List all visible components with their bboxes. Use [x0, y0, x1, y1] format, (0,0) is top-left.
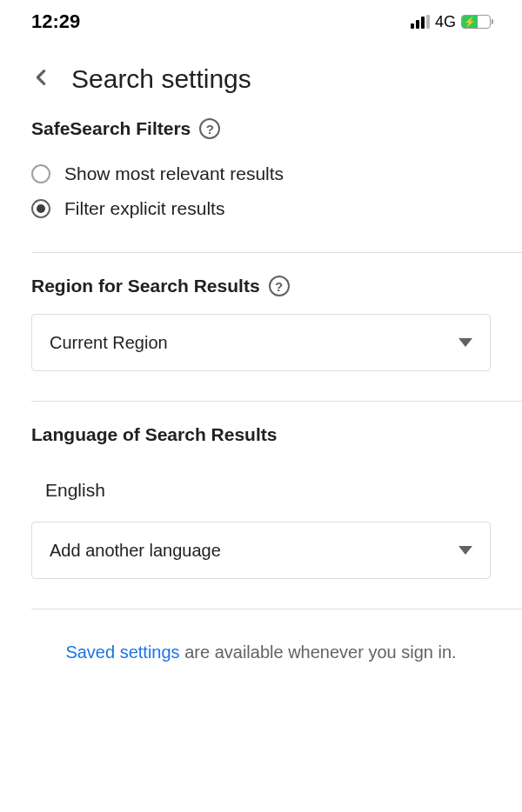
safesearch-title: SafeSearch Filters	[31, 118, 191, 139]
region-title-row: Region for Search Results ?	[31, 276, 290, 296]
saved-settings-link[interactable]: Saved settings	[65, 642, 179, 662]
page-header: Search settings	[0, 43, 522, 118]
language-add-dropdown[interactable]: Add another language	[31, 522, 491, 579]
language-add-label: Add another language	[50, 541, 221, 561]
language-title-row: Language of Search Results	[31, 424, 277, 445]
chevron-down-icon	[458, 335, 472, 350]
region-title: Region for Search Results	[31, 276, 260, 296]
status-right: 4G ⚡	[411, 13, 491, 31]
charging-icon: ⚡	[464, 17, 476, 27]
status-time: 12:29	[31, 10, 80, 33]
svg-marker-0	[458, 338, 472, 347]
chevron-down-icon	[458, 542, 472, 558]
safesearch-title-row: SafeSearch Filters ?	[31, 118, 220, 139]
network-label: 4G	[435, 13, 456, 31]
safesearch-section: SafeSearch Filters ? Show most relevant …	[0, 118, 522, 219]
region-dropdown[interactable]: Current Region	[31, 314, 491, 371]
language-title: Language of Search Results	[31, 424, 277, 445]
signal-icon	[411, 15, 430, 29]
footer-text: Saved settings are available whenever yo…	[0, 609, 522, 662]
status-bar: 12:29 4G ⚡	[0, 0, 522, 43]
radio-icon	[31, 164, 50, 183]
page-title: Search settings	[71, 64, 251, 94]
footer-rest: are available whenever you sign in.	[180, 642, 457, 662]
radio-filter[interactable]: Filter explicit results	[31, 198, 491, 219]
radio-relevant[interactable]: Show most relevant results	[31, 163, 491, 184]
help-icon[interactable]: ?	[199, 118, 220, 139]
language-current: English	[31, 463, 491, 522]
battery-icon: ⚡	[461, 15, 491, 29]
region-section: Region for Search Results ? Current Regi…	[0, 253, 522, 371]
help-icon[interactable]: ?	[269, 276, 290, 296]
radio-label: Show most relevant results	[64, 163, 284, 184]
svg-marker-1	[458, 546, 472, 555]
back-icon[interactable]	[31, 64, 50, 94]
region-selected: Current Region	[50, 333, 168, 353]
language-section: Language of Search Results English Add a…	[0, 402, 522, 579]
radio-icon	[31, 199, 50, 218]
radio-label: Filter explicit results	[64, 198, 224, 219]
safesearch-radio-group: Show most relevant results Filter explic…	[31, 163, 491, 219]
